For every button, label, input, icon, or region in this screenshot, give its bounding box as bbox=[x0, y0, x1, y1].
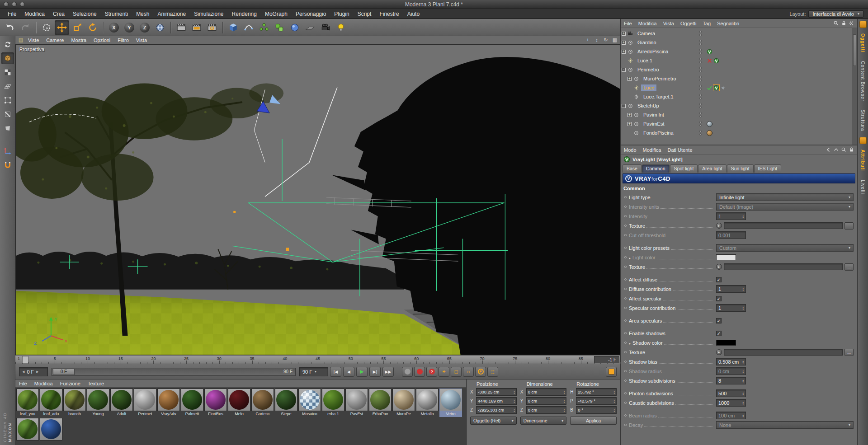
add-mograph-button[interactable] bbox=[272, 20, 287, 35]
record-active-objects-button[interactable] bbox=[402, 367, 413, 377]
make-editable-tool[interactable] bbox=[1, 38, 14, 50]
record-position-toggle[interactable]: + bbox=[439, 367, 449, 377]
vray-tag-icon[interactable] bbox=[713, 58, 719, 64]
object-row[interactable]: Luce.Target.1 bbox=[621, 92, 857, 101]
material-menu-file[interactable]: File bbox=[15, 381, 31, 386]
vray-tag-icon[interactable] bbox=[713, 85, 719, 91]
editor-visibility-dot[interactable] bbox=[699, 49, 702, 51]
check-tag-icon[interactable] bbox=[707, 85, 712, 91]
render-visibility-dot[interactable] bbox=[699, 61, 702, 63]
add-environment-button[interactable] bbox=[303, 20, 317, 35]
material-item[interactable]: leaf_you bbox=[16, 389, 39, 417]
animation-toggle-dot[interactable] bbox=[624, 392, 627, 394]
editor-visibility-dot[interactable] bbox=[699, 85, 702, 87]
current-frame-field[interactable]: ◀0 F▶ bbox=[19, 367, 48, 376]
viewport-menu-mostra[interactable]: Mostra bbox=[67, 37, 90, 43]
texture-field[interactable] bbox=[724, 222, 843, 229]
expand-toggle[interactable]: + bbox=[627, 77, 632, 81]
attribute-menu-modifica[interactable]: Modifica bbox=[640, 147, 665, 153]
posizione-z-field[interactable]: -2925.303 cm▴▾ bbox=[476, 406, 517, 414]
menu-crea[interactable]: Crea bbox=[49, 9, 69, 19]
object-row[interactable]: Luce bbox=[621, 83, 857, 92]
rotazione-p-field[interactable]: -42.579 °▴▾ bbox=[576, 397, 617, 405]
material-item[interactable]: Melo bbox=[228, 389, 250, 417]
render-visibility-dot[interactable] bbox=[699, 34, 702, 36]
enable-shadows-checkbox[interactable]: ✓ bbox=[716, 331, 722, 336]
record-scale-toggle[interactable]: □ bbox=[451, 367, 462, 377]
animation-toggle-dot[interactable] bbox=[624, 379, 627, 382]
add-light-button[interactable] bbox=[334, 20, 348, 35]
expand-toggle[interactable]: + bbox=[627, 122, 632, 126]
material-item[interactable]: Palmett bbox=[181, 389, 203, 417]
render-settings-button[interactable] bbox=[205, 20, 219, 35]
lock-y-axis-button[interactable]: Y bbox=[122, 20, 137, 35]
editor-visibility-dot[interactable] bbox=[699, 103, 702, 105]
target-tag-icon[interactable] bbox=[720, 85, 726, 91]
menu-mesh[interactable]: Mesh bbox=[132, 9, 153, 19]
menu-strumenti[interactable]: Strumenti bbox=[101, 9, 132, 19]
dimensione-x-field[interactable]: 0 cm▴▾ bbox=[526, 388, 567, 396]
attributes-panel-icon[interactable] bbox=[859, 137, 867, 144]
material-item[interactable]: erba 1 bbox=[322, 389, 344, 417]
specular-contribution-field[interactable]: 1▴▾ bbox=[716, 304, 746, 312]
autokey-region-button[interactable] bbox=[606, 367, 617, 377]
posizione-x-field[interactable]: -300.25 cm▴▾ bbox=[476, 388, 517, 396]
object-row[interactable]: -Perimetro bbox=[621, 65, 857, 74]
current-frame-marker[interactable] bbox=[22, 356, 28, 363]
object-manager-menu-segnalibri[interactable]: Segnalibri bbox=[714, 21, 742, 26]
material-menu-texture[interactable]: Texture bbox=[84, 381, 108, 386]
menu-personaggio[interactable]: Personaggio bbox=[292, 9, 330, 19]
material-item[interactable]: Mosaico bbox=[298, 389, 321, 417]
animation-toggle-dot[interactable] bbox=[624, 256, 627, 258]
axis-mode-tool[interactable] bbox=[1, 145, 14, 157]
points-mode-tool[interactable] bbox=[1, 94, 14, 106]
object-manager-scrollbar[interactable] bbox=[852, 28, 857, 145]
close-button[interactable] bbox=[4, 2, 9, 7]
material-item[interactable]: Metallo bbox=[416, 389, 439, 417]
autokeying-button[interactable] bbox=[414, 367, 425, 377]
material-item[interactable]: branch bbox=[63, 389, 86, 417]
size-mode-dropdown[interactable]: Dimensione▾ bbox=[520, 417, 567, 425]
goto-start-button[interactable]: |◀ bbox=[330, 367, 341, 377]
animation-toggle-dot[interactable] bbox=[624, 266, 627, 268]
viewport-menu-opzioni[interactable]: Opzioni bbox=[90, 37, 114, 43]
editor-visibility-dot[interactable] bbox=[699, 67, 702, 69]
timeline-slider-handle[interactable]: 0 F bbox=[53, 369, 75, 375]
menu-rendering[interactable]: Rendering bbox=[228, 9, 261, 19]
texture-preview-button[interactable]: ▸ bbox=[716, 349, 722, 355]
live-selection-tool[interactable] bbox=[39, 20, 54, 35]
search-icon[interactable] bbox=[833, 20, 839, 26]
section-header[interactable]: Common bbox=[621, 183, 857, 192]
dolly-view-icon[interactable]: ↕ bbox=[593, 37, 600, 43]
render-visibility-dot[interactable] bbox=[699, 97, 702, 99]
side-tab-struttura[interactable]: Struttura bbox=[860, 107, 865, 134]
animation-toggle-dot[interactable] bbox=[624, 319, 627, 322]
caustic-subdivisions-field[interactable]: 1000▴▾ bbox=[716, 399, 746, 407]
undo-button[interactable] bbox=[3, 20, 17, 35]
animation-toggle-dot[interactable] bbox=[624, 370, 627, 372]
tab-base[interactable]: Base bbox=[623, 164, 642, 173]
material-item[interactable]: VrayAdv bbox=[157, 389, 180, 417]
lock-icon[interactable] bbox=[849, 147, 854, 153]
object-manager-menu-file[interactable]: File bbox=[621, 21, 635, 26]
tab-spot-light[interactable]: Spot light bbox=[670, 164, 698, 173]
expand-toggle[interactable]: + bbox=[622, 41, 626, 45]
material-item[interactable]: Cortecc bbox=[251, 389, 274, 417]
editor-visibility-dot[interactable] bbox=[699, 121, 702, 123]
object-row[interactable]: FondoPiscina bbox=[621, 128, 857, 137]
add-spline-button[interactable] bbox=[241, 20, 256, 35]
attribute-menu-dati-utente[interactable]: Dati Utente bbox=[665, 147, 696, 153]
material-item[interactable]: Vetro bbox=[439, 389, 462, 417]
animation-toggle-dot[interactable] bbox=[624, 351, 627, 353]
previous-frame-button[interactable]: ◀ bbox=[343, 367, 354, 377]
expand-toggle[interactable]: - bbox=[622, 104, 626, 108]
viewport-menu-filtro[interactable]: Filtro bbox=[114, 37, 132, 43]
animation-toggle-dot[interactable] bbox=[624, 307, 627, 309]
render-visibility-dot[interactable] bbox=[699, 70, 702, 72]
keyframe-selection-button[interactable]: ? bbox=[426, 367, 437, 377]
material-menu-modifica[interactable]: Modifica bbox=[31, 381, 57, 386]
tab-ies-light[interactable]: IES Light bbox=[754, 164, 782, 173]
snap-tool[interactable] bbox=[1, 159, 14, 171]
object-row[interactable]: +Pavim Int bbox=[621, 110, 857, 119]
viewport-layout-icon[interactable]: ▤ bbox=[17, 37, 24, 43]
